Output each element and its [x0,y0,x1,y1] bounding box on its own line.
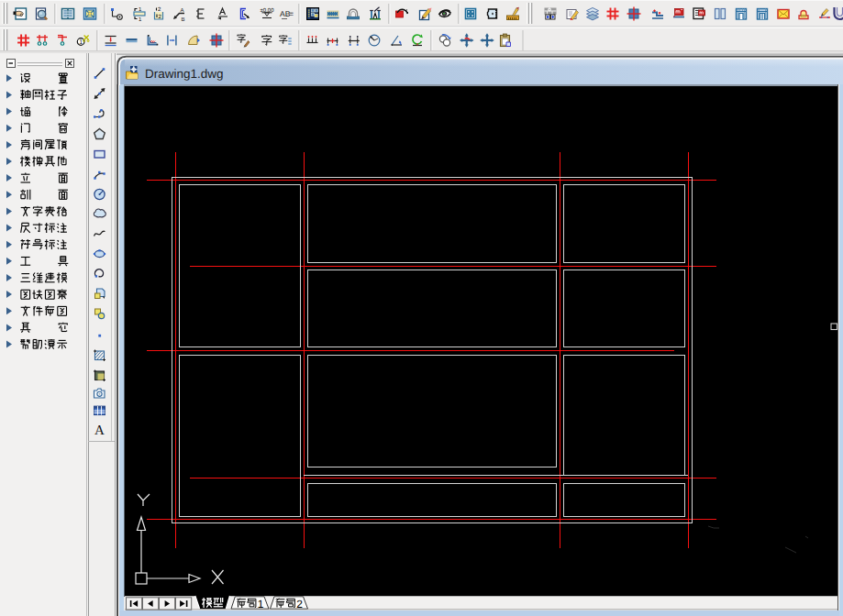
svg-text:A: A [181,7,184,14]
svg-text:1: 1 [79,39,83,46]
svg-text:1: 1 [139,16,142,23]
svg-text:2: 2 [158,6,161,13]
svg-text:1: 1 [258,598,264,610]
svg-text:Drawing1.dwg: Drawing1.dwg [145,67,224,81]
svg-text:2: 2 [296,598,303,610]
svg-text:B: B [182,16,185,23]
svg-text:=: = [289,9,294,18]
svg-text:A: A [94,424,105,438]
